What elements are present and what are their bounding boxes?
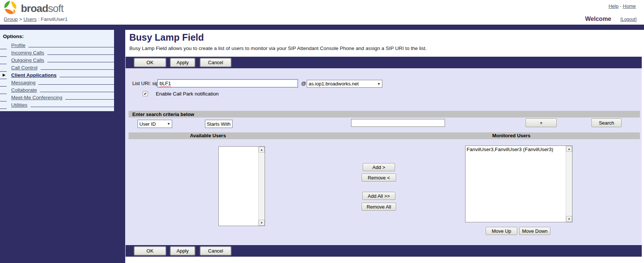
sidebar-item[interactable]: ▶ Incoming Calls: [0, 48, 114, 56]
scroll-down-icon[interactable]: ▼: [566, 216, 572, 222]
apply-button-bottom[interactable]: Apply: [170, 247, 195, 255]
help-link[interactable]: Help: [609, 3, 619, 9]
sidebar: Options: ▶ Profile ▶ Incoming Calls: [0, 30, 125, 263]
search-mode-value: Starts With: [207, 121, 231, 127]
sidebar-item-label[interactable]: Messaging: [11, 79, 35, 86]
move-up-button[interactable]: Move Up: [486, 227, 517, 235]
search-button[interactable]: Search: [591, 118, 622, 127]
sidebar-item-label[interactable]: Client Applications: [11, 72, 57, 78]
top-toolbar: OK Apply Cancel: [126, 57, 642, 68]
ok-button-bottom[interactable]: OK: [134, 247, 166, 255]
search-criteria-header: Enter search criteria below: [129, 111, 640, 118]
list-uri-value: bLF1: [160, 81, 171, 86]
add-criteria-button[interactable]: +: [525, 118, 557, 127]
menu-divider-line: [47, 62, 114, 62]
scroll-track[interactable]: [259, 153, 265, 220]
sidebar-item[interactable]: ▶ Messaging: [0, 78, 114, 86]
scroll-up-icon[interactable]: ▲: [566, 146, 572, 152]
active-arrow-icon: ▶: [3, 73, 6, 77]
breadcrumb: Group > Users : FanvilUser1: [4, 16, 68, 22]
sidebar-item[interactable]: ▶ Collaborate: [0, 86, 114, 93]
menu-divider-line: [31, 107, 114, 107]
call-park-checkbox[interactable]: ✔: [143, 91, 148, 96]
monitored-users-items: FanvilUser3,FanvilUser3 (FanvilUser3): [465, 146, 566, 222]
check-icon: ✔: [143, 91, 147, 96]
sidebar-item[interactable]: ▶ Utilities: [0, 101, 114, 108]
menu-divider-line: [65, 99, 114, 100]
menu-divider-line: [41, 69, 114, 70]
sidebar-item-label[interactable]: Profile: [11, 42, 25, 48]
top-navy-bar: [0, 25, 644, 30]
sidebar-item[interactable]: ▶ Profile: [0, 41, 114, 48]
at-sign: @: [301, 81, 306, 86]
logout-link[interactable]: [Logout]: [621, 17, 637, 22]
remove-all-button[interactable]: Remove All: [362, 203, 396, 211]
chevron-down-icon: ▼: [377, 82, 381, 86]
apply-button-top[interactable]: Apply: [170, 58, 195, 67]
list-uri-label: List URI: sip:: [132, 81, 160, 86]
monitored-users-listbox[interactable]: FanvilUser3,FanvilUser3 (FanvilUser3) ▲ …: [465, 145, 572, 222]
page-description: Busy Lamp Field allows you to create a l…: [129, 46, 427, 51]
ok-button-top[interactable]: OK: [134, 58, 166, 67]
sidebar-item[interactable]: ▶ Meet-Me Conferencing: [0, 93, 114, 101]
broadsoft-logo-icon: [3, 0, 19, 17]
options-label: Options:: [0, 33, 114, 41]
sidebar-item[interactable]: ▶ Client Applications: [0, 71, 114, 78]
add-button[interactable]: Add >: [363, 163, 395, 171]
chevron-down-icon: ▼: [167, 122, 170, 126]
scroll-down-icon[interactable]: ▼: [259, 220, 265, 226]
monitored-scrollbar[interactable]: ▲ ▼: [566, 146, 572, 222]
content-panel: List URI: sip: bLF1 @ as.iop1.broadworks…: [126, 68, 642, 245]
search-input[interactable]: [351, 119, 445, 127]
call-park-label: Enable Call Park notification: [156, 91, 219, 97]
sidebar-item[interactable]: ▶ Call Control: [0, 63, 114, 71]
breadcrumb-separator-2: :: [38, 16, 40, 22]
bottom-toolbar: OK Apply Cancel: [126, 245, 642, 257]
breadcrumb-separator: >: [19, 16, 22, 22]
available-users-header: Available Users: [126, 132, 290, 139]
domain-select-value: as.iop1.broadworks.net: [309, 81, 359, 87]
cancel-button-top[interactable]: Cancel: [200, 58, 231, 67]
page-title: Busy Lamp Field: [129, 32, 204, 43]
search-field-select[interactable]: User ID ▼: [138, 120, 172, 128]
move-down-button[interactable]: Move Down: [519, 227, 550, 235]
scroll-track[interactable]: [566, 152, 572, 216]
top-links-separator: -: [620, 3, 621, 9]
add-all-button[interactable]: Add All >>: [362, 192, 395, 200]
menu-divider-line: [38, 84, 114, 85]
menu-divider-line: [47, 54, 114, 55]
home-link[interactable]: Home: [623, 3, 636, 9]
list-uri-input[interactable]: bLF1: [157, 79, 298, 88]
welcome-text: Welcome: [585, 16, 611, 22]
sidebar-item-label[interactable]: Call Control: [11, 65, 38, 71]
list-item[interactable]: FanvilUser3,FanvilUser3 (FanvilUser3): [465, 146, 566, 153]
available-users-listbox[interactable]: ▲ ▼: [218, 146, 265, 226]
logo-text-light: soft: [48, 3, 63, 14]
remove-button[interactable]: Remove <: [362, 173, 396, 182]
menu-step-line: [0, 109, 7, 109]
search-mode-select[interactable]: Starts With ▼: [205, 120, 233, 128]
cancel-button-bottom[interactable]: Cancel: [200, 247, 231, 255]
sidebar-item-label[interactable]: Incoming Calls: [11, 50, 44, 56]
menu-divider-line: [28, 47, 114, 47]
sidebar-item-label[interactable]: Meet-Me Conferencing: [11, 94, 62, 101]
available-users-items: [219, 147, 258, 226]
menu-divider-line: [60, 77, 114, 77]
sidebar-item-label[interactable]: Outgoing Calls: [11, 57, 44, 63]
options-panel: Options: ▶ Profile ▶ Incoming Calls: [0, 30, 114, 111]
sidebar-item[interactable]: ▶ Outgoing Calls: [0, 56, 114, 63]
available-scrollbar[interactable]: ▲ ▼: [258, 147, 265, 226]
breadcrumb-current-user: FanvilUser1: [41, 16, 68, 22]
search-field-value: User ID: [139, 121, 156, 127]
page-header: broadsoft Help - Home Group > Users : Fa…: [0, 0, 644, 25]
top-links: Help - Home: [609, 3, 636, 9]
sidebar-item-label[interactable]: Collaborate: [11, 87, 37, 93]
sidebar-item-label[interactable]: Utilities: [11, 102, 28, 108]
menu-divider-line: [40, 92, 114, 92]
main-content: Busy Lamp Field Busy Lamp Field allows y…: [125, 30, 644, 263]
scroll-up-icon[interactable]: ▲: [259, 147, 265, 153]
breadcrumb-users-link[interactable]: Users: [23, 16, 37, 22]
monitored-users-header: Monitored Users: [429, 132, 593, 139]
breadcrumb-group-link[interactable]: Group: [4, 16, 18, 22]
domain-select[interactable]: as.iop1.broadworks.net ▼: [307, 80, 382, 88]
